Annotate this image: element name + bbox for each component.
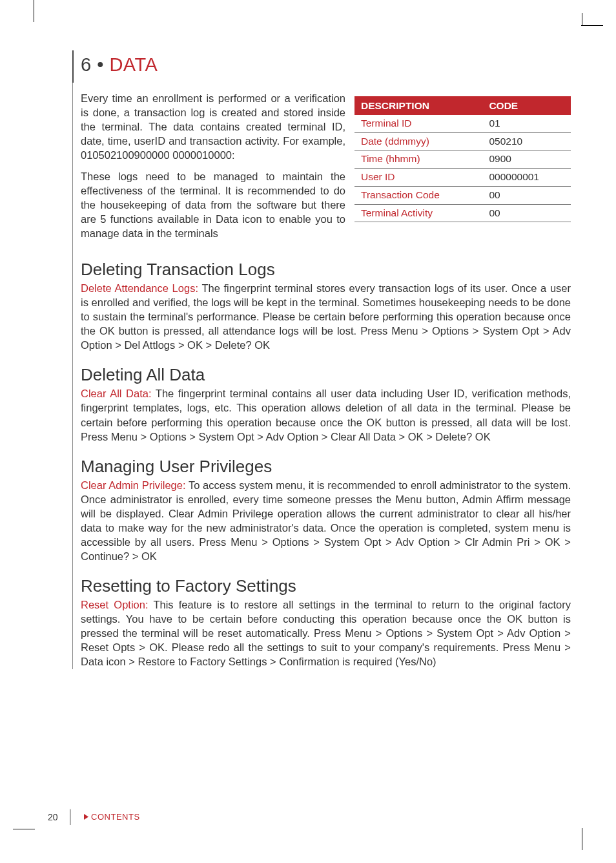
accent-bar	[72, 50, 74, 83]
cell-desc: Time (hhmm)	[354, 151, 482, 169]
cell-desc: Terminal Activity	[354, 204, 482, 222]
cell-desc: Date (ddmmyy)	[354, 132, 482, 151]
table-header-code: CODE	[482, 97, 571, 115]
crop-mark	[581, 25, 603, 26]
section-title: Managing User Privileges	[81, 455, 571, 478]
section-title: Deleting All Data	[81, 364, 571, 386]
contents-label: CONTENTS	[91, 812, 140, 822]
table-row: Terminal ID01	[354, 115, 571, 132]
intro-paragraph-2: These logs need to be managed to maintai…	[81, 169, 345, 241]
section-body: Clear All Data: The fingerprint terminal…	[81, 386, 571, 443]
section-lead: Delete Attendance Logs:	[81, 282, 201, 294]
chapter-number: 6	[81, 54, 92, 75]
intro-paragraph-1: Every time an enrollment is performed or…	[81, 91, 345, 163]
content-area: Every time an enrollment is performed or…	[81, 91, 571, 669]
cell-code: 01	[482, 115, 571, 132]
section-factory-reset: Resetting to Factory Settings Reset Opti…	[81, 575, 571, 669]
page-footer: 20 │ CONTENTS	[48, 809, 140, 824]
cell-code: 00	[482, 186, 571, 204]
page-body: 6 • DATA Every time an enrollment is per…	[72, 50, 571, 669]
cell-desc: Transaction Code	[354, 186, 482, 204]
section-lead: Clear All Data:	[81, 388, 156, 399]
chapter-title: 6 • DATA	[81, 54, 571, 76]
cell-code: 000000001	[482, 169, 571, 187]
section-deleting-logs: Deleting Transaction Logs Delete Attenda…	[81, 258, 571, 352]
cell-code: 050210	[482, 132, 571, 151]
chapter-name: DATA	[109, 54, 158, 75]
intro-row: Every time an enrollment is performed or…	[81, 91, 571, 247]
intro-text: Every time an enrollment is performed or…	[81, 91, 345, 247]
crop-mark	[34, 0, 34, 22]
table-row: Terminal Activity00	[354, 204, 571, 222]
cell-code: 0900	[482, 151, 571, 169]
section-body: Reset Option: This feature is to restore…	[81, 598, 571, 669]
section-deleting-all-data: Deleting All Data Clear All Data: The fi…	[81, 364, 571, 443]
section-text: This feature is to restore all settings …	[81, 599, 571, 667]
section-body: Delete Attendance Logs: The fingerprint …	[81, 281, 571, 353]
section-user-privileges: Managing User Privileges Clear Admin Pri…	[81, 455, 571, 563]
table-row: User ID000000001	[354, 169, 571, 187]
cell-desc: User ID	[354, 169, 482, 187]
crop-mark	[582, 828, 582, 850]
footer-divider: │	[67, 809, 76, 824]
table-row: Date (ddmmyy)050210	[354, 132, 571, 151]
table-header-desc: DESCRIPTION	[354, 97, 482, 115]
triangle-right-icon	[84, 814, 88, 820]
section-title: Resetting to Factory Settings	[81, 575, 571, 598]
section-lead: Clear Admin Privilege:	[81, 479, 189, 491]
table-row: Transaction Code00	[354, 186, 571, 204]
cell-desc: Terminal ID	[354, 115, 482, 132]
crop-mark	[582, 13, 582, 26]
section-text: To access system menu, it is recommended…	[81, 479, 571, 563]
codes-table: DESCRIPTION CODE Terminal ID01 Date (ddm…	[354, 96, 571, 222]
page-number: 20	[48, 812, 58, 822]
cell-code: 00	[482, 204, 571, 222]
chapter-separator: •	[97, 54, 104, 75]
contents-link[interactable]: CONTENTS	[84, 812, 140, 822]
section-lead: Reset Option:	[81, 599, 153, 610]
crop-mark	[13, 829, 35, 829]
section-body: Clear Admin Privilege: To access system …	[81, 478, 571, 564]
section-title: Deleting Transaction Logs	[81, 258, 571, 281]
table-row: Time (hhmm)0900	[354, 151, 571, 169]
